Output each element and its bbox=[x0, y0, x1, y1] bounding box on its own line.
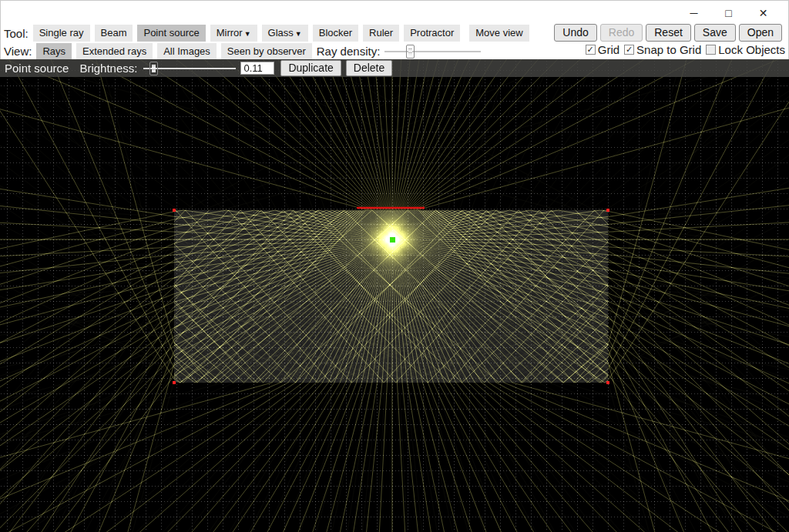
history-buttons: Undo Redo Reset Save Open bbox=[554, 24, 782, 42]
tool-glass[interactable]: Glass▼ bbox=[262, 25, 308, 42]
mirror-dropdown-caret-icon: ▼ bbox=[244, 30, 251, 38]
undo-button[interactable]: Undo bbox=[554, 24, 596, 42]
view-label: View: bbox=[4, 45, 32, 58]
brightness-slider-thumb[interactable] bbox=[149, 62, 158, 75]
tool-mirror-label: Mirror bbox=[217, 27, 243, 38]
grid-checkbox[interactable]: ✓ bbox=[586, 45, 596, 55]
simulation-canvas[interactable] bbox=[0, 59, 789, 532]
delete-button[interactable]: Delete bbox=[346, 60, 392, 76]
tool-point-source[interactable]: Point source bbox=[137, 25, 205, 42]
open-button[interactable]: Open bbox=[739, 24, 782, 42]
option-checkboxes: ✓ Grid ✓ Snap to Grid Lock Objects bbox=[586, 43, 785, 56]
ray-density-slider[interactable] bbox=[384, 45, 481, 59]
save-button[interactable]: Save bbox=[694, 24, 736, 42]
brightness-slider[interactable] bbox=[143, 62, 236, 75]
glass-dropdown-caret-icon: ▼ bbox=[295, 30, 302, 38]
lock-objects-checkbox[interactable] bbox=[706, 45, 716, 55]
ray-density-label: Ray density: bbox=[317, 45, 381, 58]
tool-ruler[interactable]: Ruler bbox=[363, 25, 399, 42]
window-header: ─ □ ✕ Tool: Single ray Beam Point source… bbox=[0, 0, 789, 59]
grid-checkbox-label: Grid bbox=[598, 43, 619, 56]
view-extended-rays[interactable]: Extended rays bbox=[76, 43, 153, 60]
lock-objects-checkbox-label: Lock Objects bbox=[718, 43, 785, 56]
brightness-label: Brightness: bbox=[79, 62, 137, 75]
duplicate-button[interactable]: Duplicate bbox=[280, 60, 341, 76]
lock-objects-checkbox-group: Lock Objects bbox=[706, 43, 785, 56]
title-bar: ─ □ ✕ bbox=[1, 1, 788, 23]
view-all-images[interactable]: All Images bbox=[157, 43, 217, 60]
selected-object-type: Point source bbox=[5, 62, 69, 75]
tool-blocker[interactable]: Blocker bbox=[313, 25, 358, 42]
brightness-input[interactable] bbox=[240, 62, 274, 75]
simulation-area: Point source Brightness: Duplicate Delet… bbox=[0, 59, 789, 532]
object-properties-bar: Point source Brightness: Duplicate Delet… bbox=[0, 59, 789, 77]
reset-button[interactable]: Reset bbox=[646, 24, 691, 42]
tool-protractor[interactable]: Protractor bbox=[404, 25, 460, 42]
view-rays[interactable]: Rays bbox=[36, 43, 72, 60]
grid-checkbox-group: ✓ Grid bbox=[586, 43, 619, 56]
ray-density-slider-thumb[interactable] bbox=[406, 45, 415, 59]
window-controls: ─ □ ✕ bbox=[677, 5, 781, 21]
snap-to-grid-checkbox[interactable]: ✓ bbox=[624, 45, 634, 55]
snap-to-grid-checkbox-group: ✓ Snap to Grid bbox=[624, 43, 701, 56]
tool-label: Tool: bbox=[4, 27, 29, 40]
ray-density-slider-track bbox=[384, 51, 481, 52]
tool-single-ray[interactable]: Single ray bbox=[33, 25, 90, 42]
view-seen-by-observer[interactable]: Seen by observer bbox=[221, 43, 312, 60]
tool-beam[interactable]: Beam bbox=[95, 25, 133, 42]
maximize-icon[interactable]: □ bbox=[711, 5, 746, 21]
tool-move-view[interactable]: Move view bbox=[469, 25, 529, 42]
tool-glass-label: Glass bbox=[268, 27, 294, 38]
tool-mirror[interactable]: Mirror▼ bbox=[210, 25, 257, 42]
snap-to-grid-checkbox-label: Snap to Grid bbox=[636, 43, 701, 56]
minimize-icon[interactable]: ─ bbox=[677, 5, 711, 21]
redo-button: Redo bbox=[600, 24, 643, 42]
close-icon[interactable]: ✕ bbox=[746, 5, 781, 21]
